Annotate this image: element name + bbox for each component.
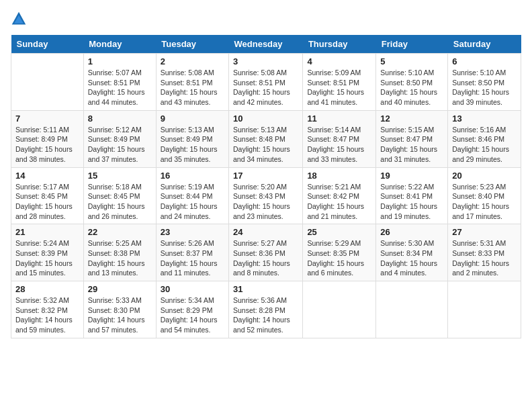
day-number: 30 — [161, 284, 224, 294]
calendar-cell: 17Sunrise: 5:20 AMSunset: 8:43 PMDayligh… — [229, 167, 303, 224]
day-number: 13 — [452, 113, 517, 124]
day-number: 21 — [15, 227, 79, 237]
calendar-cell: 12Sunrise: 5:15 AMSunset: 8:47 PMDayligh… — [376, 110, 448, 167]
calendar-cell — [448, 281, 521, 338]
calendar-cell: 2Sunrise: 5:08 AMSunset: 8:51 PMDaylight… — [156, 54, 228, 111]
day-header-wednesday: Wednesday — [229, 35, 303, 54]
day-info: Sunrise: 5:10 AMSunset: 8:50 PMDaylight:… — [380, 68, 443, 107]
day-number: 16 — [161, 171, 224, 181]
week-row-1: 7Sunrise: 5:11 AMSunset: 8:49 PMDaylight… — [11, 110, 521, 167]
day-info: Sunrise: 5:29 AMSunset: 8:35 PMDaylight:… — [307, 238, 371, 278]
day-info: Sunrise: 5:14 AMSunset: 8:47 PMDaylight:… — [307, 125, 371, 165]
day-number: 22 — [88, 227, 152, 237]
day-info: Sunrise: 5:23 AMSunset: 8:40 PMDaylight:… — [452, 182, 517, 222]
day-number: 5 — [380, 56, 443, 66]
day-number: 28 — [15, 284, 79, 294]
day-number: 20 — [452, 171, 517, 181]
calendar-cell: 11Sunrise: 5:14 AMSunset: 8:47 PMDayligh… — [303, 110, 376, 167]
day-number: 11 — [307, 113, 371, 124]
week-row-4: 28Sunrise: 5:32 AMSunset: 8:32 PMDayligh… — [11, 281, 521, 338]
calendar-cell — [376, 281, 448, 338]
calendar-cell — [303, 281, 376, 338]
calendar-cell: 25Sunrise: 5:29 AMSunset: 8:35 PMDayligh… — [303, 224, 376, 281]
week-row-0: 1Sunrise: 5:07 AMSunset: 8:51 PMDaylight… — [11, 54, 521, 111]
day-number: 18 — [307, 171, 371, 181]
calendar-cell: 22Sunrise: 5:25 AMSunset: 8:38 PMDayligh… — [83, 224, 156, 281]
day-info: Sunrise: 5:22 AMSunset: 8:41 PMDaylight:… — [380, 182, 443, 222]
day-info: Sunrise: 5:31 AMSunset: 8:33 PMDaylight:… — [452, 238, 517, 278]
day-number: 23 — [161, 227, 224, 237]
day-number: 19 — [380, 171, 443, 181]
day-number: 14 — [15, 171, 79, 181]
calendar-cell: 4Sunrise: 5:09 AMSunset: 8:51 PMDaylight… — [303, 54, 376, 111]
week-row-2: 14Sunrise: 5:17 AMSunset: 8:45 PMDayligh… — [11, 167, 521, 224]
day-info: Sunrise: 5:13 AMSunset: 8:49 PMDaylight:… — [161, 125, 224, 165]
day-number: 25 — [307, 227, 371, 237]
day-number: 17 — [233, 171, 298, 181]
day-info: Sunrise: 5:07 AMSunset: 8:51 PMDaylight:… — [88, 68, 152, 107]
calendar-cell: 13Sunrise: 5:16 AMSunset: 8:46 PMDayligh… — [448, 110, 521, 167]
day-info: Sunrise: 5:16 AMSunset: 8:46 PMDaylight:… — [452, 125, 517, 165]
day-info: Sunrise: 5:32 AMSunset: 8:32 PMDaylight:… — [15, 295, 79, 335]
calendar-body: 1Sunrise: 5:07 AMSunset: 8:51 PMDaylight… — [11, 54, 521, 338]
day-number: 2 — [161, 56, 224, 66]
day-info: Sunrise: 5:12 AMSunset: 8:49 PMDaylight:… — [88, 125, 152, 165]
logo-icon — [11, 11, 27, 27]
calendar-cell: 15Sunrise: 5:18 AMSunset: 8:45 PMDayligh… — [83, 167, 156, 224]
calendar-cell: 3Sunrise: 5:08 AMSunset: 8:51 PMDaylight… — [229, 54, 303, 111]
day-number: 6 — [452, 56, 517, 66]
day-info: Sunrise: 5:10 AMSunset: 8:50 PMDaylight:… — [452, 68, 517, 107]
page-header — [11, 11, 521, 27]
day-number: 26 — [380, 227, 443, 237]
days-header-row: SundayMondayTuesdayWednesdayThursdayFrid… — [11, 35, 521, 54]
day-number: 12 — [380, 113, 443, 124]
logo — [11, 11, 30, 27]
day-info: Sunrise: 5:13 AMSunset: 8:48 PMDaylight:… — [233, 125, 298, 165]
calendar-cell: 21Sunrise: 5:24 AMSunset: 8:39 PMDayligh… — [11, 224, 84, 281]
day-number: 27 — [452, 227, 517, 237]
calendar-cell: 23Sunrise: 5:26 AMSunset: 8:37 PMDayligh… — [156, 224, 228, 281]
calendar-cell: 10Sunrise: 5:13 AMSunset: 8:48 PMDayligh… — [229, 110, 303, 167]
day-header-sunday: Sunday — [11, 35, 84, 54]
day-number: 10 — [233, 113, 298, 124]
day-info: Sunrise: 5:18 AMSunset: 8:45 PMDaylight:… — [88, 182, 152, 222]
day-number: 29 — [88, 284, 152, 294]
day-number: 31 — [233, 284, 298, 294]
day-header-monday: Monday — [83, 35, 156, 54]
day-info: Sunrise: 5:25 AMSunset: 8:38 PMDaylight:… — [88, 238, 152, 278]
calendar-cell — [11, 54, 84, 111]
day-header-thursday: Thursday — [303, 35, 376, 54]
week-row-3: 21Sunrise: 5:24 AMSunset: 8:39 PMDayligh… — [11, 224, 521, 281]
calendar-cell: 29Sunrise: 5:33 AMSunset: 8:30 PMDayligh… — [83, 281, 156, 338]
calendar-cell: 20Sunrise: 5:23 AMSunset: 8:40 PMDayligh… — [448, 167, 521, 224]
day-number: 1 — [88, 56, 152, 66]
calendar-cell: 27Sunrise: 5:31 AMSunset: 8:33 PMDayligh… — [448, 224, 521, 281]
calendar-cell: 19Sunrise: 5:22 AMSunset: 8:41 PMDayligh… — [376, 167, 448, 224]
day-info: Sunrise: 5:20 AMSunset: 8:43 PMDaylight:… — [233, 182, 298, 222]
day-info: Sunrise: 5:08 AMSunset: 8:51 PMDaylight:… — [161, 68, 224, 107]
day-info: Sunrise: 5:09 AMSunset: 8:51 PMDaylight:… — [307, 68, 371, 107]
calendar-cell: 1Sunrise: 5:07 AMSunset: 8:51 PMDaylight… — [83, 54, 156, 111]
calendar-cell: 31Sunrise: 5:36 AMSunset: 8:28 PMDayligh… — [229, 281, 303, 338]
calendar-cell: 24Sunrise: 5:27 AMSunset: 8:36 PMDayligh… — [229, 224, 303, 281]
day-info: Sunrise: 5:24 AMSunset: 8:39 PMDaylight:… — [15, 238, 79, 278]
day-header-friday: Friday — [376, 35, 448, 54]
day-number: 24 — [233, 227, 298, 237]
day-header-tuesday: Tuesday — [156, 35, 228, 54]
calendar-cell: 9Sunrise: 5:13 AMSunset: 8:49 PMDaylight… — [156, 110, 228, 167]
day-number: 3 — [233, 56, 298, 66]
day-info: Sunrise: 5:30 AMSunset: 8:34 PMDaylight:… — [380, 238, 443, 278]
day-info: Sunrise: 5:15 AMSunset: 8:47 PMDaylight:… — [380, 125, 443, 165]
calendar-cell: 5Sunrise: 5:10 AMSunset: 8:50 PMDaylight… — [376, 54, 448, 111]
day-info: Sunrise: 5:36 AMSunset: 8:28 PMDaylight:… — [233, 295, 298, 335]
calendar-cell: 8Sunrise: 5:12 AMSunset: 8:49 PMDaylight… — [83, 110, 156, 167]
day-info: Sunrise: 5:33 AMSunset: 8:30 PMDaylight:… — [88, 295, 152, 335]
day-header-saturday: Saturday — [448, 35, 521, 54]
day-info: Sunrise: 5:26 AMSunset: 8:37 PMDaylight:… — [161, 238, 224, 278]
calendar-table: SundayMondayTuesdayWednesdayThursdayFrid… — [11, 35, 521, 338]
day-number: 7 — [15, 113, 79, 124]
day-info: Sunrise: 5:19 AMSunset: 8:44 PMDaylight:… — [161, 182, 224, 222]
calendar-cell: 18Sunrise: 5:21 AMSunset: 8:42 PMDayligh… — [303, 167, 376, 224]
calendar-cell: 26Sunrise: 5:30 AMSunset: 8:34 PMDayligh… — [376, 224, 448, 281]
day-info: Sunrise: 5:08 AMSunset: 8:51 PMDaylight:… — [233, 68, 298, 107]
